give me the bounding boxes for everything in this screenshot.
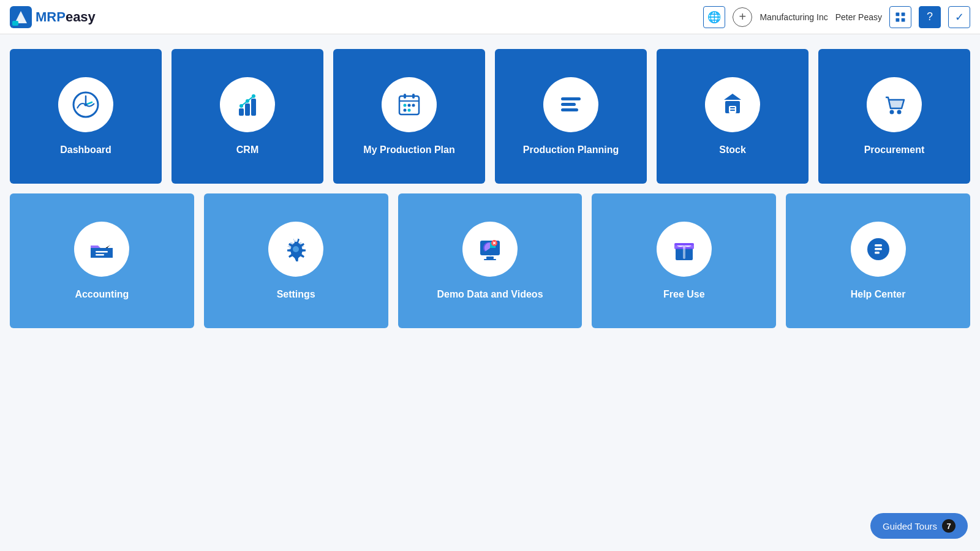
logo-text: MRPeasy	[36, 9, 96, 25]
globe-icon[interactable]: 🌐	[703, 6, 725, 28]
tiles-row-2: Accounting Settings	[10, 193, 970, 328]
tile-dashboard-label: Dashboard	[60, 144, 111, 156]
header: MRPeasy 🌐 + Manufacturing Inc Peter Peas…	[0, 0, 980, 34]
svg-rect-42	[484, 259, 496, 260]
svg-point-21	[404, 104, 407, 107]
free-use-icon	[669, 234, 699, 264]
company-name: Manufacturing Inc	[760, 12, 827, 22]
svg-marker-30	[724, 94, 741, 100]
svg-rect-41	[486, 257, 494, 259]
svg-rect-19	[412, 94, 415, 99]
tile-pp-icon-circle	[543, 77, 598, 132]
svg-rect-11	[239, 108, 244, 116]
tile-accounting[interactable]: Accounting	[10, 193, 194, 328]
svg-point-22	[408, 104, 411, 107]
tile-procurement[interactable]: Procurement	[818, 49, 970, 184]
tile-my-production-plan[interactable]: My Production Plan	[333, 49, 485, 184]
tile-crm-label: CRM	[236, 144, 258, 156]
svg-rect-13	[251, 99, 256, 116]
tile-help-center[interactable]: Help Center	[786, 193, 970, 328]
tile-free-label: Free Use	[663, 289, 705, 300]
tile-accounting-label: Accounting	[75, 289, 129, 300]
svg-point-25	[408, 109, 411, 112]
svg-rect-54	[875, 244, 882, 247]
tile-stock[interactable]: Stock	[657, 49, 809, 184]
demo-data-icon	[475, 234, 505, 264]
tile-dashboard-icon-circle	[58, 77, 113, 132]
guided-tours-badge: 7	[942, 519, 956, 533]
tile-help-label: Help Center	[851, 289, 906, 300]
procurement-icon	[880, 90, 909, 119]
tile-pp-label: Production Planning	[523, 144, 619, 156]
svg-rect-55	[875, 248, 882, 250]
svg-rect-12	[245, 103, 250, 116]
dashboard-icon	[71, 90, 100, 119]
crm-icon	[233, 90, 262, 119]
svg-rect-28	[561, 108, 578, 111]
svg-rect-26	[561, 97, 581, 100]
tile-settings-label: Settings	[277, 289, 315, 300]
svg-rect-3	[896, 12, 900, 16]
tile-stock-label: Stock	[719, 144, 746, 156]
tile-demo-data[interactable]: Demo Data and Videos	[398, 193, 582, 328]
svg-rect-18	[404, 94, 406, 99]
svg-point-24	[404, 109, 407, 112]
svg-point-34	[890, 110, 894, 114]
tile-mpp-icon-circle	[382, 77, 437, 132]
tile-settings-icon-circle	[268, 222, 323, 277]
svg-rect-6	[902, 18, 905, 21]
tile-stock-icon-circle	[705, 77, 760, 132]
tile-settings[interactable]: Settings	[204, 193, 388, 328]
svg-rect-37	[96, 254, 104, 256]
help-center-icon	[864, 234, 893, 264]
tiles-row-1: Dashboard CRM	[10, 49, 970, 184]
notification-icon[interactable]: ✓	[948, 6, 970, 28]
production-planning-icon	[556, 90, 586, 119]
svg-rect-32	[730, 107, 735, 108]
tile-help-icon-circle	[851, 222, 906, 277]
logo[interactable]: MRPeasy	[10, 6, 96, 28]
svg-point-35	[897, 110, 902, 114]
header-actions: 🌐 + Manufacturing Inc Peter Peasy ? ✓	[703, 6, 970, 28]
tile-demo-label: Demo Data and Videos	[437, 289, 543, 300]
settings-icon	[281, 234, 311, 264]
svg-point-39	[293, 246, 299, 252]
main-content: Dashboard CRM	[0, 34, 980, 343]
svg-rect-33	[730, 110, 735, 111]
add-button[interactable]: +	[733, 7, 752, 27]
tile-demo-icon-circle	[462, 222, 518, 277]
svg-rect-27	[561, 103, 576, 106]
tile-free-icon-circle	[657, 222, 712, 277]
svg-point-23	[412, 104, 415, 107]
guided-tours-label: Guided Tours	[883, 521, 937, 531]
tile-crm-icon-circle	[220, 77, 275, 132]
tile-mpp-label: My Production Plan	[363, 144, 454, 156]
svg-rect-2	[12, 21, 18, 26]
tile-production-planning[interactable]: Production Planning	[495, 49, 647, 184]
tile-procurement-icon-circle	[867, 77, 922, 132]
svg-rect-36	[96, 251, 108, 253]
help-icon[interactable]: ?	[919, 6, 941, 28]
my-production-plan-icon	[394, 90, 424, 119]
tile-crm[interactable]: CRM	[172, 49, 323, 184]
user-name: Peter Peasy	[835, 12, 882, 22]
accounting-icon	[87, 234, 116, 264]
svg-rect-52	[674, 243, 694, 246]
tile-dashboard[interactable]: Dashboard	[10, 49, 162, 184]
guided-tours-button[interactable]: Guided Tours 7	[870, 513, 968, 539]
stock-icon	[718, 90, 747, 119]
tile-free-use[interactable]: Free Use	[592, 193, 776, 328]
svg-rect-5	[896, 18, 900, 21]
svg-rect-56	[875, 252, 880, 254]
tile-procurement-label: Procurement	[864, 144, 925, 156]
svg-rect-4	[902, 12, 905, 16]
logo-icon	[10, 6, 32, 28]
tile-accounting-icon-circle	[74, 222, 129, 277]
profile-icon[interactable]	[889, 6, 911, 28]
